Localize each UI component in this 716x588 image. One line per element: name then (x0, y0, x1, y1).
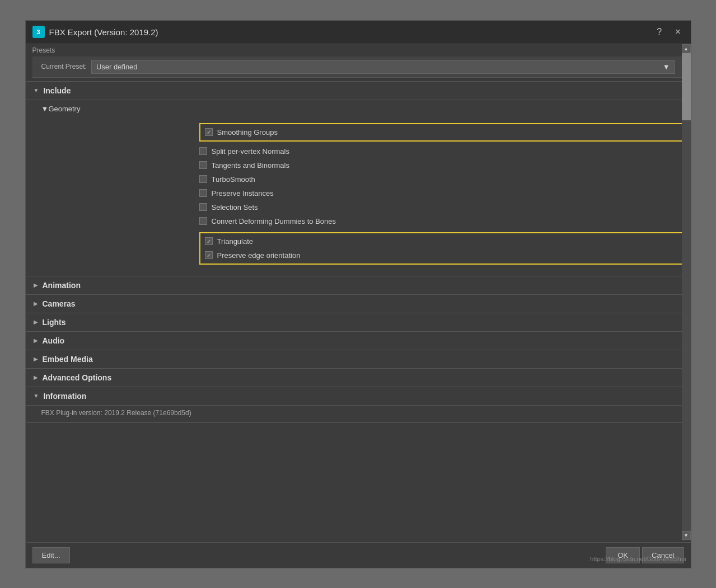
split-normals-label: Split per-vertex Normals (212, 147, 289, 156)
advanced-options-arrow: ▶ (34, 374, 38, 380)
selection-sets-label: Selection Sets (212, 203, 258, 211)
scroll-thumb[interactable] (682, 53, 691, 120)
smoothing-groups-row: Smoothing Groups (205, 126, 685, 138)
main-content: ▼ Include ▼ Geometry Smoothing Groups (26, 82, 691, 542)
triangulate-label: Triangulate (217, 237, 254, 246)
preserve-edge-checkbox[interactable] (205, 251, 213, 259)
tangents-row: Tangents and Binormals (26, 159, 691, 172)
geometry-arrow: ▼ (41, 105, 49, 113)
scrollbar[interactable]: ▲ ▼ (682, 44, 691, 540)
embed-media-title: Embed Media (43, 355, 93, 364)
convert-deforming-label: Convert Deforming Dummies to Bones (212, 217, 336, 225)
dropdown-arrow: ▼ (663, 63, 670, 71)
preserve-instances-row: Preserve Instances (26, 187, 691, 200)
preset-dropdown[interactable]: User defined ▼ (91, 60, 675, 74)
advanced-options-section-header[interactable]: ▶ Advanced Options (26, 369, 691, 387)
preserve-instances-label: Preserve Instances (212, 189, 274, 197)
presets-section: Presets Current Preset: User defined ▼ (26, 44, 691, 82)
audio-arrow: ▶ (34, 337, 38, 344)
advanced-options-title: Advanced Options (43, 373, 112, 382)
triangulate-checkbox[interactable] (205, 237, 213, 245)
geometry-section: ▼ Geometry Smoothing Groups Split per-ve… (26, 100, 691, 276)
presets-title: Presets (32, 46, 684, 54)
smoothing-groups-checkbox[interactable] (205, 128, 213, 136)
include-section-header[interactable]: ▼ Include (26, 82, 691, 100)
title-bar: 3 FBX Export (Version: 2019.2) ? × (26, 21, 691, 44)
preserve-edge-row: Preserve edge orientation (205, 250, 685, 261)
geometry-content: Smoothing Groups Split per-vertex Normal… (26, 117, 691, 276)
animation-arrow: ▶ (34, 282, 38, 288)
bottom-bar: Edit... OK Cancel (26, 542, 691, 568)
convert-deforming-checkbox[interactable] (199, 217, 207, 225)
title-bar-left: 3 FBX Export (Version: 2019.2) (32, 26, 158, 38)
lights-section-header[interactable]: ▶ Lights (26, 313, 691, 332)
turbosmooth-row: TurboSmooth (26, 173, 691, 186)
dialog-title: FBX Export (Version: 2019.2) (49, 27, 158, 37)
cameras-section-header[interactable]: ▶ Cameras (26, 295, 691, 313)
close-button[interactable]: × (672, 26, 684, 38)
app-icon: 3 (32, 26, 45, 38)
smoothing-groups-wrapper: Smoothing Groups (199, 123, 691, 142)
lights-title: Lights (43, 318, 66, 327)
current-preset-label: Current Preset: (41, 63, 87, 70)
scroll-down-button[interactable]: ▼ (682, 531, 691, 540)
scroll-track[interactable] (682, 53, 691, 531)
turbosmooth-label: TurboSmooth (212, 175, 255, 184)
lights-arrow: ▶ (34, 319, 38, 325)
information-title: Information (43, 392, 86, 401)
preserve-instances-checkbox[interactable] (199, 189, 207, 197)
help-button[interactable]: ? (653, 26, 665, 38)
information-arrow: ▼ (34, 393, 39, 399)
scroll-up-button[interactable]: ▲ (682, 44, 691, 53)
fbx-export-dialog: 3 FBX Export (Version: 2019.2) ? × Prese… (25, 20, 691, 568)
tangents-label: Tangents and Binormals (212, 161, 289, 170)
convert-deforming-row: Convert Deforming Dummies to Bones (26, 215, 691, 228)
turbosmooth-checkbox[interactable] (199, 175, 207, 183)
watermark: https://blog.csdn.net/DuoHeKeShui (590, 556, 686, 562)
triangulate-row: Triangulate (205, 236, 685, 247)
cameras-arrow: ▶ (34, 300, 38, 307)
smoothing-groups-label: Smoothing Groups (217, 128, 278, 137)
audio-title: Audio (43, 336, 65, 345)
split-normals-row: Split per-vertex Normals (26, 145, 691, 158)
embed-media-section-header[interactable]: ▶ Embed Media (26, 350, 691, 369)
geometry-header[interactable]: ▼ Geometry (26, 100, 691, 117)
split-normals-checkbox[interactable] (199, 147, 207, 155)
tangents-checkbox[interactable] (199, 161, 207, 169)
audio-section-header[interactable]: ▶ Audio (26, 332, 691, 350)
include-arrow: ▼ (34, 87, 39, 93)
title-bar-right: ? × (653, 26, 684, 38)
information-section-header[interactable]: ▼ Information (26, 387, 691, 406)
animation-section-header[interactable]: ▶ Animation (26, 276, 691, 295)
preset-value: User defined (96, 63, 138, 71)
selection-sets-row: Selection Sets (26, 201, 691, 214)
presets-bar: Current Preset: User defined ▼ (32, 57, 684, 78)
embed-media-arrow: ▶ (34, 356, 38, 362)
info-text: FBX Plug-in version: 2019.2 Release (71e… (26, 406, 691, 422)
cameras-title: Cameras (43, 299, 76, 308)
geometry-title: Geometry (48, 105, 80, 113)
preserve-edge-label: Preserve edge orientation (217, 251, 301, 260)
edit-button[interactable]: Edit... (32, 547, 70, 563)
include-title: Include (43, 86, 71, 95)
information-body: FBX Plug-in version: 2019.2 Release (71e… (26, 406, 691, 423)
animation-title: Animation (43, 281, 81, 290)
selection-sets-checkbox[interactable] (199, 203, 207, 211)
triangulate-wrapper: Triangulate Preserve edge orientation (199, 232, 691, 265)
